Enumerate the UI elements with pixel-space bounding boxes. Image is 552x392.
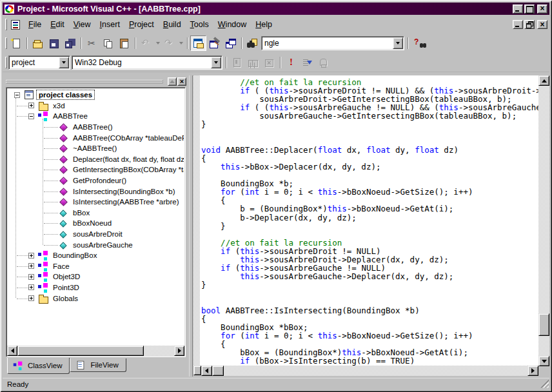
folder-icon [38,101,48,110]
menu-file[interactable]: File [24,17,46,32]
save-button[interactable] [46,35,62,51]
tree-item[interactable]: IsIntersecting(AABBTree *arbre) [8,197,184,208]
tree-item[interactable]: Objet3D [8,271,184,282]
open-folder-button[interactable] [30,35,46,51]
mdi-close-button[interactable] [537,20,547,29]
toolbar-grip[interactable] [5,37,7,49]
window-list-button[interactable] [222,35,239,51]
code-area[interactable]: //et on fait la recursion if ( (this->so… [200,75,538,366]
tree-item[interactable]: bBox [8,208,184,219]
tree-item-label: ~AABBTree() [71,144,119,153]
expand-plus-box[interactable] [28,284,34,290]
menu-window[interactable]: Window [213,17,251,32]
menubar-grip[interactable] [5,19,7,30]
toolbar-grip[interactable] [5,57,7,68]
scroll-right-button[interactable] [174,346,184,356]
panel-close-button[interactable] [177,77,186,86]
scroll-left-button[interactable] [7,346,17,356]
tree-item[interactable]: sousArbreDroit [8,229,184,240]
tree-item[interactable]: Deplacer(float dx, float dy, float dz) [8,154,184,165]
output-window-button[interactable] [206,35,222,51]
scroll-thumb[interactable] [538,313,549,336]
expand-minus-box[interactable] [28,113,34,119]
expand-plus-box[interactable] [28,103,34,108]
save-all-button[interactable] [62,35,78,51]
menu-tools[interactable]: Tools [186,17,213,32]
tree-item[interactable]: x3d [8,101,184,112]
scroll-track[interactable] [224,366,527,376]
resize-grip[interactable] [540,380,549,388]
mdi-minimize-button[interactable] [513,20,523,29]
configuration-combo[interactable]: Win32 Debug [72,55,222,70]
tree-item[interactable]: bBoxNoeud [8,218,184,229]
project-combo[interactable]: project [8,55,70,70]
expand-plus-box[interactable] [28,295,34,301]
tree-item[interactable]: project classes [8,90,184,101]
scroll-right-button[interactable] [527,366,538,376]
panel-grip[interactable] [6,80,164,83]
menu-view[interactable]: View [69,17,95,32]
tab-classview[interactable]: ClassView [7,358,70,374]
copy-button[interactable] [100,35,116,51]
workspace-button[interactable] [190,35,206,51]
maximize-button[interactable] [524,5,535,14]
panel-minimize-button[interactable] [168,77,177,86]
tree-item[interactable]: sousArbreGauche [8,239,184,250]
tree-horizontal-scrollbar[interactable] [7,346,184,356]
tree-item[interactable]: Globals [8,293,184,304]
editor-horizontal-scrollbar[interactable] [193,366,538,377]
find-combo-dropdown-button[interactable] [393,37,403,49]
find-in-files-button[interactable] [244,35,261,51]
close-button[interactable] [537,5,547,14]
scroll-left-button[interactable] [201,366,212,376]
menu-insert[interactable]: Insert [95,17,124,32]
tree-item[interactable]: Face [8,261,184,272]
scroll-up-button[interactable] [538,75,549,86]
redo-dropdown-button[interactable] [177,36,184,50]
mdi-restore-button[interactable] [524,20,535,29]
expand-plus-box[interactable] [28,274,34,280]
new-file-button[interactable] [8,35,24,51]
scroll-down-button[interactable] [538,356,549,366]
compile-button [229,55,245,70]
document-icon[interactable] [11,20,20,30]
scroll-thumb[interactable] [212,366,224,376]
menu-help[interactable]: Help [251,17,277,32]
tree-item[interactable]: AABBTree() [8,122,184,133]
editor-selection-margin[interactable] [193,75,200,366]
scroll-thumb[interactable] [17,346,144,356]
minimize-button[interactable] [513,5,523,14]
tree-item-label: IsIntersecting(AABBTree *arbre) [71,197,181,206]
find-combo[interactable]: ngle [261,36,404,50]
menu-build[interactable]: Build [159,17,186,32]
go-button[interactable] [299,55,315,70]
tree-item[interactable]: AABBTree [8,111,184,122]
tree-item[interactable]: ~AABBTree() [8,143,184,154]
tree-item[interactable]: Point3D [8,282,184,293]
expand-minus-box[interactable] [14,92,20,98]
tree-item[interactable]: IsIntersecting(BoundingBox *b) [8,186,184,197]
editor-vertical-scrollbar[interactable] [538,75,549,366]
project-combo-dropdown-button[interactable] [59,57,69,68]
execute-program-button[interactable] [283,55,299,70]
expand-plus-box[interactable] [28,263,34,269]
menu-project[interactable]: Project [124,17,159,32]
find-combo-value: ngle [262,39,392,48]
cut-button[interactable] [84,35,100,51]
tree-item[interactable]: GetIntersectingBBox(CObArray *tableau [8,164,184,175]
undo-dropdown-button[interactable] [154,36,161,50]
menu-edit[interactable]: Edit [46,17,69,32]
app-window: Project - Microsoft Visual C++ - [AABBTr… [0,0,552,392]
tree-item[interactable]: BoundingBox [8,250,184,261]
paste-button[interactable] [116,35,132,51]
configuration-combo-dropdown-button[interactable] [211,57,221,68]
pane-splitter-box[interactable] [193,366,201,375]
menu-items: FileEditViewInsertProjectBuildToolsWindo… [24,17,513,32]
panel-splitter[interactable] [189,75,193,377]
search-help-button[interactable] [411,35,427,51]
tab-fileview[interactable]: FileView [70,358,126,372]
member-icon [58,208,68,217]
expand-plus-box[interactable] [28,253,34,259]
tree-item[interactable]: GetProfondeur() [8,175,184,186]
tree-item[interactable]: AABBTree(CObArray *tableauDeFaces, [8,132,184,143]
